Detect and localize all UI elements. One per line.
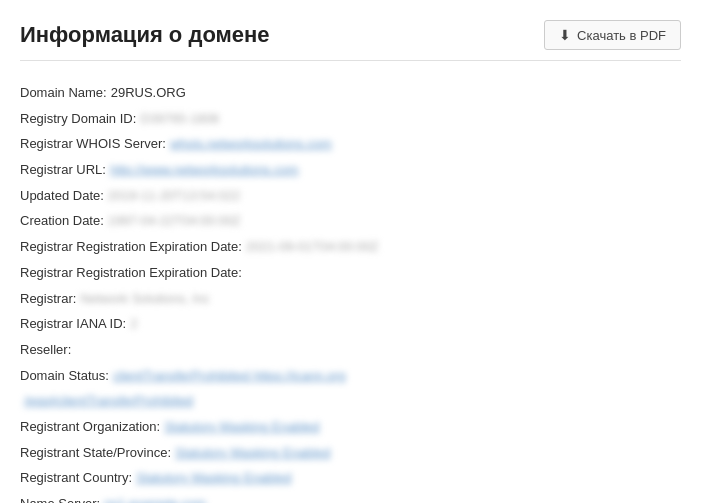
registrar-row: Registrar: Network Solutions, Inc xyxy=(20,287,681,312)
registrant-org-value: Statutory Masking Enabled xyxy=(164,415,319,440)
download-pdf-button[interactable]: ⬇ Скачать в PDF xyxy=(544,20,681,50)
expiration-date2-row: Registrar Registration Expiration Date: xyxy=(20,261,681,286)
domain-status-value2: /epp#clientTransferProhibited xyxy=(24,389,193,414)
domain-name-label: Domain Name: xyxy=(20,81,107,106)
registrant-state-value: Statutory Masking Enabled xyxy=(175,441,330,466)
download-label: Скачать в PDF xyxy=(577,28,666,43)
iana-value: 2 xyxy=(130,312,137,337)
domain-status-row: Domain Status: clientTransferProhibited … xyxy=(20,364,681,389)
creation-date-value: 1997-04-22T04:00:00Z xyxy=(108,209,241,234)
whois-content: Domain Name: 29RUS.ORG Registry Domain I… xyxy=(20,81,681,503)
expiration-date2-label: Registrar Registration Expiration Date: xyxy=(20,261,242,286)
reseller-row: Reseller: xyxy=(20,338,681,363)
registrar-label: Registrar: xyxy=(20,287,76,312)
updated-date-row: Updated Date: 2019-11-20T13:54:022 xyxy=(20,184,681,209)
expiration-date1-value: 2021-09-01T04:00:00Z xyxy=(246,235,379,260)
domain-status-row2: /epp#clientTransferProhibited xyxy=(20,389,681,414)
registrant-country-label: Registrant Country: xyxy=(20,466,132,491)
page-title: Информация о домене xyxy=(20,22,270,48)
registrant-org-row: Registrant Organization: Statutory Maski… xyxy=(20,415,681,440)
iana-row: Registrar IANA ID: 2 xyxy=(20,312,681,337)
creation-date-label: Creation Date: xyxy=(20,209,104,234)
domain-status-label: Domain Status: xyxy=(20,364,109,389)
updated-date-label: Updated Date: xyxy=(20,184,104,209)
registrant-country-value: Statutory Masking Enabled xyxy=(136,466,291,491)
registrar-url-row: Registrar URL: http://www.networksolutio… xyxy=(20,158,681,183)
ns1-row: Name Server: ns1.example.com xyxy=(20,492,681,503)
registrar-whois-label: Registrar WHOIS Server: xyxy=(20,132,166,157)
registry-id-value: D39765-1808 xyxy=(140,107,219,132)
ns1-label: Name Server: xyxy=(20,492,100,503)
registrant-org-label: Registrant Organization: xyxy=(20,415,160,440)
registrar-whois-row: Registrar WHOIS Server: whois.networksol… xyxy=(20,132,681,157)
registrar-whois-value: whois.networksolutions.com xyxy=(170,132,332,157)
registrar-value: Network Solutions, Inc xyxy=(80,287,209,312)
domain-status-value: clientTransferProhibited https://icann.o… xyxy=(113,364,346,389)
expiration-date1-label: Registrar Registration Expiration Date: xyxy=(20,235,242,260)
registrant-country-row: Registrant Country: Statutory Masking En… xyxy=(20,466,681,491)
domain-name-row: Domain Name: 29RUS.ORG xyxy=(20,81,681,106)
download-icon: ⬇ xyxy=(559,27,571,43)
page-header: Информация о домене ⬇ Скачать в PDF xyxy=(20,20,681,61)
updated-date-value: 2019-11-20T13:54:022 xyxy=(108,184,240,209)
iana-label: Registrar IANA ID: xyxy=(20,312,126,337)
expiration-date1-row: Registrar Registration Expiration Date: … xyxy=(20,235,681,260)
registrar-url-value: http://www.networksolutions.com xyxy=(110,158,299,183)
ns1-value: ns1.example.com xyxy=(104,492,206,503)
registry-id-label: Registry Domain ID: xyxy=(20,107,136,132)
registrant-state-row: Registrant State/Province: Statutory Mas… xyxy=(20,441,681,466)
reseller-label: Reseller: xyxy=(20,338,71,363)
registrant-state-label: Registrant State/Province: xyxy=(20,441,171,466)
registry-id-row: Registry Domain ID: D39765-1808 xyxy=(20,107,681,132)
creation-date-row: Creation Date: 1997-04-22T04:00:00Z xyxy=(20,209,681,234)
domain-name-value: 29RUS.ORG xyxy=(111,81,186,106)
registrar-url-label: Registrar URL: xyxy=(20,158,106,183)
